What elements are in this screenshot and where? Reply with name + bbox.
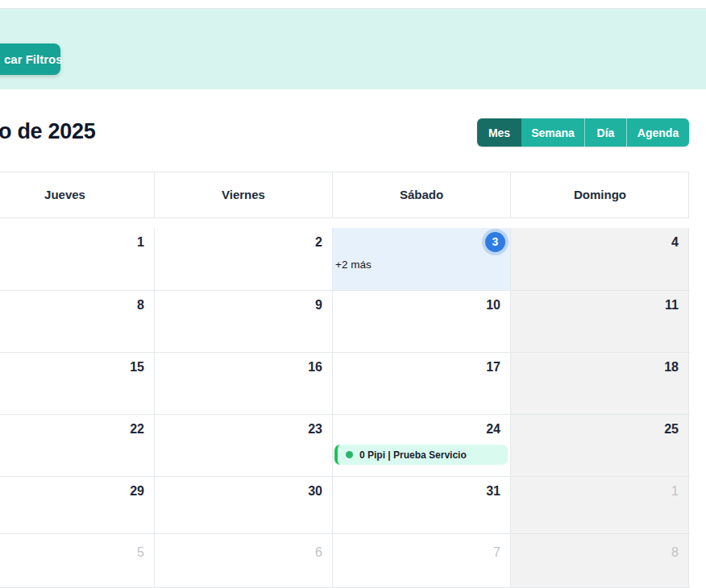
view-switcher: Mes Semana Día Agenda xyxy=(477,118,689,147)
calendar-day-cell[interactable]: 29 xyxy=(0,477,154,533)
calendar-day-cell[interactable]: 6 xyxy=(154,534,332,587)
day-number: 31 xyxy=(486,484,500,499)
calendar-day-cell[interactable]: 5 xyxy=(0,534,154,587)
day-number: 1 xyxy=(137,235,144,250)
calendar-day-cell[interactable]: 25 xyxy=(510,415,689,476)
event-title: 0 Pipi | Prueba Servicio xyxy=(359,449,467,461)
week-row: 123+2 más4 xyxy=(0,228,690,291)
weekday-header-viernes: Viernes xyxy=(154,172,332,217)
show-more-link[interactable]: +2 más xyxy=(335,259,372,271)
calendar-day-cell[interactable]: 22 xyxy=(0,415,154,476)
calendar-day-cell[interactable]: 10 xyxy=(332,291,510,352)
day-number: 22 xyxy=(130,422,144,437)
day-number: 5 xyxy=(137,545,144,560)
today-badge: 3 xyxy=(485,232,505,252)
weekday-header-sabado: Sábado xyxy=(332,172,510,217)
calendar-day-cell[interactable]: 7 xyxy=(332,534,510,587)
day-number: 16 xyxy=(308,360,322,375)
weekday-header-row: Jueves Viernes Sábado Domingo xyxy=(0,172,689,218)
calendar-day-cell[interactable]: 16 xyxy=(154,353,332,414)
day-number: 11 xyxy=(665,298,679,313)
day-number: 4 xyxy=(671,235,679,250)
day-number: 23 xyxy=(308,422,322,437)
calendar-page: car Filtros o de 2025 Mes Semana Día Age… xyxy=(0,0,706,588)
calendar-day-cell[interactable]: 9 xyxy=(154,291,332,352)
day-number: 2 xyxy=(315,235,322,250)
day-number: 18 xyxy=(664,360,679,375)
week-row: 2930311 xyxy=(0,477,690,534)
week-row: 2223240 Pipi | Prueba Servicio25 xyxy=(0,415,690,477)
calendar-day-cell[interactable]: 2 xyxy=(154,228,332,290)
calendar-day-cell[interactable]: 240 Pipi | Prueba Servicio xyxy=(332,415,510,476)
day-number: 29 xyxy=(130,484,144,499)
event-status-dot-icon xyxy=(346,451,353,458)
calendar-day-cell[interactable]: 31 xyxy=(332,477,510,533)
apply-filters-label: car Filtros xyxy=(4,43,63,75)
calendar-day-cell[interactable]: 23 xyxy=(154,415,332,476)
calendar-day-cell[interactable]: 18 xyxy=(510,353,689,414)
day-number: 9 xyxy=(315,298,322,313)
day-number: 30 xyxy=(308,484,322,499)
page-title: o de 2025 xyxy=(0,119,95,144)
day-number: 17 xyxy=(486,360,500,375)
day-number: 8 xyxy=(671,545,679,560)
view-button-agenda[interactable]: Agenda xyxy=(626,118,689,147)
event-chip[interactable]: 0 Pipi | Prueba Servicio xyxy=(334,445,508,465)
day-number: 10 xyxy=(486,298,500,313)
calendar-day-cell[interactable]: 30 xyxy=(154,477,332,533)
calendar-day-cell[interactable]: 3+2 más xyxy=(332,228,510,290)
calendar-day-cell[interactable]: 4 xyxy=(510,228,689,290)
weekday-header-domingo: Domingo xyxy=(510,172,689,217)
day-number: 24 xyxy=(486,422,500,437)
calendar-day-cell[interactable]: 1 xyxy=(510,477,689,533)
day-number: 6 xyxy=(315,545,322,560)
view-button-dia[interactable]: Día xyxy=(584,118,626,147)
day-number: 25 xyxy=(664,422,679,437)
view-button-mes[interactable]: Mes xyxy=(477,118,521,147)
filters-banner: car Filtros xyxy=(0,8,706,89)
view-button-semana[interactable]: Semana xyxy=(521,118,584,147)
apply-filters-button[interactable]: car Filtros xyxy=(0,43,60,75)
weekday-header-jueves: Jueves xyxy=(0,172,154,217)
calendar-day-cell[interactable]: 1 xyxy=(0,228,154,290)
day-number: 8 xyxy=(137,298,144,313)
week-row: 5678 xyxy=(0,534,690,588)
day-number: 7 xyxy=(493,545,500,560)
calendar-day-cell[interactable]: 11 xyxy=(510,291,689,352)
day-number: 1 xyxy=(671,484,679,499)
calendar-day-cell[interactable]: 8 xyxy=(510,534,689,587)
day-number: 15 xyxy=(130,360,144,375)
calendar-day-cell[interactable]: 15 xyxy=(0,353,154,414)
calendar-day-cell[interactable]: 17 xyxy=(332,353,510,414)
week-row: 891011 xyxy=(0,291,690,353)
calendar-day-cell[interactable]: 8 xyxy=(0,291,154,352)
week-row: 15161718 xyxy=(0,353,690,415)
